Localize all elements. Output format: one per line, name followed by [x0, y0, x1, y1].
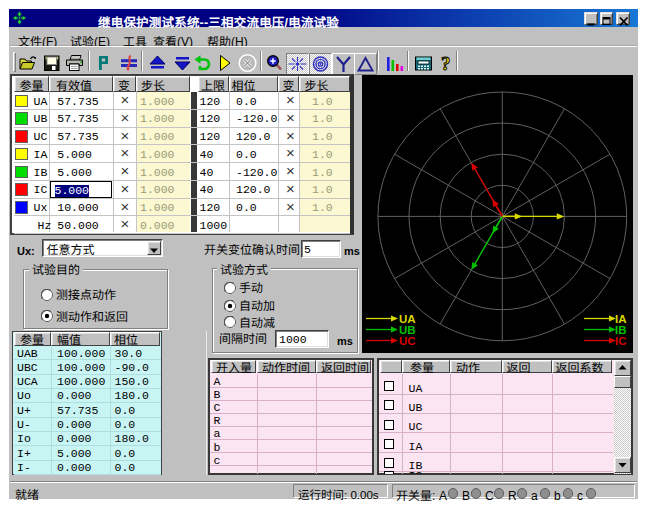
- svg-text:UC: UC: [399, 335, 416, 347]
- svg-text:IC: IC: [615, 335, 627, 347]
- svg-text:?: ?: [441, 53, 451, 73]
